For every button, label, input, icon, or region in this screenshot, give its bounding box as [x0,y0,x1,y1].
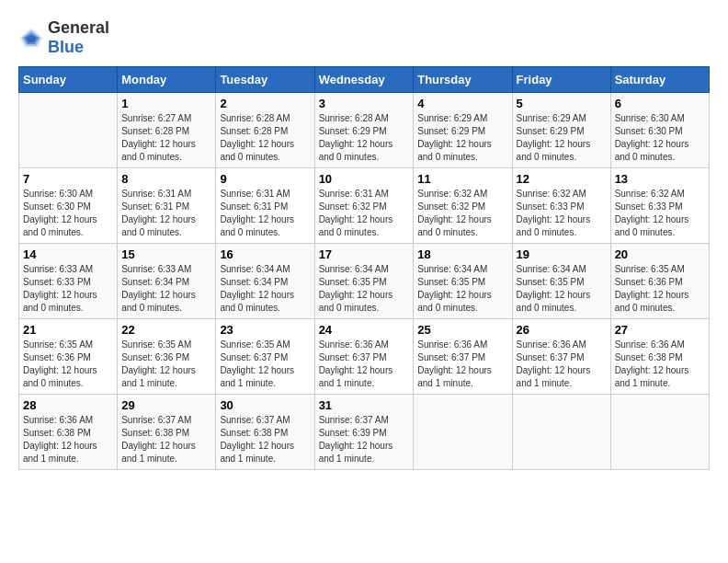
cell-content: Sunrise: 6:28 AM Sunset: 6:29 PM Dayligh… [319,112,410,164]
daylight-label: Daylight: 12 hours and 1 minute. [319,441,393,464]
day-number: 28 [23,398,113,412]
day-number: 10 [319,172,410,186]
sunset-label: Sunset: 6:35 PM [319,277,387,287]
day-number: 2 [220,97,310,110]
daylight-label: Daylight: 12 hours and 1 minute. [23,441,97,464]
sunrise-label: Sunrise: 6:28 AM [220,113,290,123]
day-number: 5 [517,97,607,110]
cell-content: Sunrise: 6:36 AM Sunset: 6:38 PM Dayligh… [615,339,705,390]
daylight-label: Daylight: 12 hours and 1 minute. [417,365,492,388]
sunset-label: Sunset: 6:38 PM [23,428,91,438]
header-cell-sunday: Sunday [19,67,118,93]
day-number: 20 [615,247,705,261]
calendar-body: 1 Sunrise: 6:27 AM Sunset: 6:28 PM Dayli… [19,93,710,470]
cell-content: Sunrise: 6:35 AM Sunset: 6:36 PM Dayligh… [121,339,211,390]
cell-content: Sunrise: 6:35 AM Sunset: 6:36 PM Dayligh… [23,339,113,390]
daylight-label: Daylight: 12 hours and 0 minutes. [23,290,97,313]
daylight-label: Daylight: 12 hours and 1 minute. [220,365,294,388]
logo-general: General [48,18,109,37]
day-cell: 4 Sunrise: 6:29 AM Sunset: 6:29 PM Dayli… [414,93,512,168]
day-number: 12 [517,172,607,186]
sunrise-label: Sunrise: 6:32 AM [417,189,487,199]
day-number: 14 [23,247,113,261]
day-cell: 10 Sunrise: 6:31 AM Sunset: 6:32 PM Dayl… [314,168,414,244]
day-number: 18 [417,247,507,261]
cell-content: Sunrise: 6:34 AM Sunset: 6:34 PM Dayligh… [220,263,310,315]
day-number: 26 [517,323,607,337]
sunrise-label: Sunrise: 6:36 AM [319,339,389,350]
sunrise-label: Sunrise: 6:32 AM [615,189,685,199]
cell-content: Sunrise: 6:37 AM Sunset: 6:39 PM Dayligh… [319,414,410,465]
week-row-3: 14 Sunrise: 6:33 AM Sunset: 6:33 PM Dayl… [19,244,710,319]
day-number: 8 [121,172,211,186]
day-number: 30 [220,398,310,412]
sunset-label: Sunset: 6:29 PM [319,126,387,136]
sunset-label: Sunset: 6:35 PM [417,277,485,287]
daylight-label: Daylight: 12 hours and 0 minutes. [319,214,393,237]
sunrise-label: Sunrise: 6:37 AM [220,415,290,425]
daylight-label: Daylight: 12 hours and 0 minutes. [23,365,97,388]
daylight-label: Daylight: 12 hours and 1 minute. [121,441,196,464]
sunset-label: Sunset: 6:37 PM [517,352,585,362]
header-cell-monday: Monday [118,67,216,93]
day-cell: 27 Sunrise: 6:36 AM Sunset: 6:38 PM Dayl… [610,319,709,395]
day-number: 22 [121,323,211,337]
day-cell: 24 Sunrise: 6:36 AM Sunset: 6:37 PM Dayl… [314,319,414,395]
sunrise-label: Sunrise: 6:35 AM [615,264,685,274]
day-number: 16 [220,247,310,261]
day-number: 3 [319,97,410,110]
day-cell: 16 Sunrise: 6:34 AM Sunset: 6:34 PM Dayl… [216,244,314,319]
cell-content: Sunrise: 6:36 AM Sunset: 6:38 PM Dayligh… [23,414,113,465]
day-number: 31 [319,398,410,412]
daylight-label: Daylight: 12 hours and 0 minutes. [121,139,196,162]
day-cell: 31 Sunrise: 6:37 AM Sunset: 6:39 PM Dayl… [314,395,414,470]
daylight-label: Daylight: 12 hours and 0 minutes. [220,139,294,162]
daylight-label: Daylight: 12 hours and 1 minute. [319,365,393,388]
cell-content: Sunrise: 6:31 AM Sunset: 6:32 PM Dayligh… [319,188,410,239]
sunrise-label: Sunrise: 6:31 AM [319,189,389,199]
cell-content: Sunrise: 6:28 AM Sunset: 6:28 PM Dayligh… [220,112,310,164]
day-cell: 28 Sunrise: 6:36 AM Sunset: 6:38 PM Dayl… [19,395,118,470]
calendar-table: SundayMondayTuesdayWednesdayThursdayFrid… [18,66,710,470]
calendar-header: SundayMondayTuesdayWednesdayThursdayFrid… [19,67,710,93]
day-cell: 21 Sunrise: 6:35 AM Sunset: 6:36 PM Dayl… [19,319,118,395]
daylight-label: Daylight: 12 hours and 0 minutes. [319,139,393,162]
sunrise-label: Sunrise: 6:32 AM [517,189,586,199]
sunset-label: Sunset: 6:38 PM [220,428,288,438]
day-number: 1 [121,97,211,110]
day-cell: 18 Sunrise: 6:34 AM Sunset: 6:35 PM Dayl… [414,244,512,319]
day-cell: 19 Sunrise: 6:34 AM Sunset: 6:35 PM Dayl… [512,244,610,319]
day-cell: 3 Sunrise: 6:28 AM Sunset: 6:29 PM Dayli… [314,93,414,168]
sunset-label: Sunset: 6:28 PM [121,126,189,136]
day-cell: 30 Sunrise: 6:37 AM Sunset: 6:38 PM Dayl… [216,395,314,470]
daylight-label: Daylight: 12 hours and 0 minutes. [417,214,492,237]
logo-text: General Blue [48,18,109,57]
day-cell: 22 Sunrise: 6:35 AM Sunset: 6:36 PM Dayl… [118,319,216,395]
day-number: 9 [220,172,310,186]
sunrise-label: Sunrise: 6:30 AM [615,113,685,123]
cell-content: Sunrise: 6:32 AM Sunset: 6:33 PM Dayligh… [615,188,705,239]
sunset-label: Sunset: 6:36 PM [615,277,683,287]
sunset-label: Sunset: 6:37 PM [319,352,387,362]
logo: General Blue [18,18,109,57]
sunrise-label: Sunrise: 6:28 AM [319,113,389,123]
day-cell: 29 Sunrise: 6:37 AM Sunset: 6:38 PM Dayl… [118,395,216,470]
day-cell: 17 Sunrise: 6:34 AM Sunset: 6:35 PM Dayl… [314,244,414,319]
sunrise-label: Sunrise: 6:31 AM [121,189,191,199]
header-cell-wednesday: Wednesday [314,67,414,93]
day-cell: 15 Sunrise: 6:33 AM Sunset: 6:34 PM Dayl… [118,244,216,319]
sunset-label: Sunset: 6:30 PM [23,201,91,212]
daylight-label: Daylight: 12 hours and 0 minutes. [517,290,591,313]
sunset-label: Sunset: 6:31 PM [121,201,189,212]
day-number: 23 [220,323,310,337]
header-cell-tuesday: Tuesday [216,67,314,93]
daylight-label: Daylight: 12 hours and 0 minutes. [417,290,492,313]
week-row-1: 1 Sunrise: 6:27 AM Sunset: 6:28 PM Dayli… [19,93,710,168]
sunset-label: Sunset: 6:37 PM [417,352,485,362]
cell-content: Sunrise: 6:37 AM Sunset: 6:38 PM Dayligh… [121,414,211,465]
daylight-label: Daylight: 12 hours and 0 minutes. [417,139,492,162]
day-number: 25 [417,323,507,337]
header-cell-friday: Friday [512,67,610,93]
day-number: 7 [23,172,113,186]
cell-content: Sunrise: 6:35 AM Sunset: 6:37 PM Dayligh… [220,339,310,390]
